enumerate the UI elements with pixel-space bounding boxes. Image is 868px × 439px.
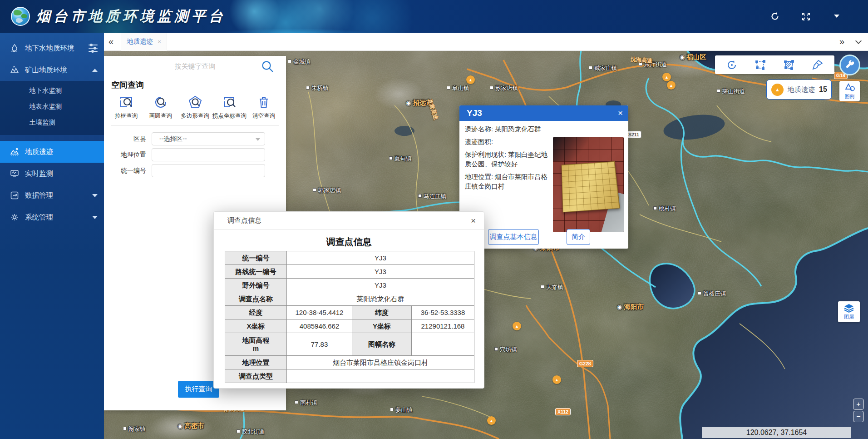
polygon-hatch-icon[interactable] [783,59,795,71]
search-icon[interactable] [261,60,274,75]
tab-label: 地质遗迹 [127,37,153,46]
refresh-icon[interactable] [770,11,780,21]
coordinates-readout: 120.0627, 37.1654 [702,427,851,438]
table-header-cell: 调查点类型 [225,369,287,383]
popup-close-icon[interactable]: × [618,108,623,118]
heritage-marker[interactable]: ▲ [513,322,521,330]
sidebar-submenu: 地下水监测 地表水监测 土壤监测 [0,81,104,135]
table-value-cell: 21290121.168 [412,319,474,333]
table-header-cell: Y坐标 [352,319,412,333]
survey-info-table: 统一编号 YJ3 路线统一编号 YJ3 野外编号 YJ3 调查点名称 莱阳恐龙化… [225,251,474,383]
table-value-cell: 36-52-53.3338 [412,306,474,319]
zoom-in-button[interactable]: + [853,399,864,410]
map-toolbar [715,55,834,74]
polygon-query-tool[interactable]: 多边形查询 [178,94,212,120]
query-form: 区县 --选择区-- 地理位置 统一编号 [104,132,286,177]
sidebar-nav: 地下水地质环境 矿山地质环境 地下水监测 地表水监测 土壤监测 地质遗迹 实时监… [0,33,104,439]
location-input[interactable] [152,148,265,161]
table-value-cell: YJ3 [287,279,474,292]
road-badge: X112 [555,408,571,415]
uid-input[interactable] [152,164,265,177]
table-header-cell: 统一编号 [225,251,287,265]
collapse-tabs-icon[interactable]: « [108,36,113,47]
dialog-close-icon[interactable]: × [471,216,476,226]
heritage-badge-count: 15 [819,85,827,94]
sidebar-item-mine-env[interactable]: 矿山地质环境 [0,59,104,81]
zoom-out-button[interactable]: − [853,411,864,422]
clear-query-tool[interactable]: 清空查询 [247,94,281,120]
heritage-marker[interactable]: ▲ [662,73,671,81]
circle-query-tool[interactable]: 画圆查询 [144,94,178,120]
table-header-cell: 图幅名称 [352,333,412,356]
vertex-query-tool[interactable]: 拐点坐标查询 [212,94,246,120]
sidebar-item-geoheritage[interactable]: 地质遗迹 [0,141,104,163]
keyword-search[interactable]: 按关键字查询 [104,56,286,77]
clear-brush-icon[interactable] [811,59,824,71]
heritage-marker[interactable]: ▲ [466,75,475,84]
sidebar-item-label: 系统管理 [25,213,53,222]
popup-field: 遗迹面积: [465,137,552,147]
table-header-cell: 纬度 [352,306,412,319]
history-rotate-icon[interactable] [725,59,738,71]
caret-down-icon [92,194,98,197]
expand-tabs-icon[interactable]: » [839,36,844,47]
fullscreen-icon[interactable] [801,11,811,21]
box-query-tool[interactable]: 拉框查询 [109,94,143,120]
survey-info-button[interactable]: 调查点基本信息 [488,229,539,245]
map-label: 苏家店镇 [490,85,518,92]
sidebar-item-soil-monitor[interactable]: 土壤监测 [0,115,104,130]
caret-down-icon [92,216,98,219]
sidebar-item-data-management[interactable]: 数据管理 [0,185,104,206]
district-select[interactable]: --选择区-- [152,132,265,145]
sidebar-item-label: 地下水地质环境 [25,44,74,53]
popup-field: 遗迹名称: 莱阳恐龙化石群 [465,125,552,134]
map-label: 阚家镇 [123,425,146,433]
map-label: 留格庄镇 [698,290,726,298]
sidebar-item-groundwater-env[interactable]: 地下水地质环境 [0,37,104,59]
map-label: 南村镇 [295,399,317,407]
table-value-cell: 77.83 [287,333,352,356]
sidebar-item-system-management[interactable]: 系统管理 [0,206,104,228]
sidebar-item-label: 地下水监测 [29,86,62,95]
tab-close-icon[interactable]: × [158,38,161,45]
map-tools-toggle-button[interactable] [839,55,860,75]
dialog-title: 调查点信息 [227,216,261,225]
popup-body: 遗迹名称: 莱阳恐龙化石群 遗迹面积: 保护利用现状: 莱阳白垩纪地质公园、保护… [459,121,628,249]
tab-list-caret-icon[interactable] [855,37,862,44]
tool-label: 拐点坐标查询 [212,112,247,120]
heritage-badge-icon: ▲ [771,84,784,96]
site-photo[interactable] [553,137,624,232]
layers-button-label: 图层 [844,314,854,320]
map-label: 郭家店镇 [313,187,341,195]
layers-button[interactable]: 图层 [838,301,860,322]
heritage-count-badge[interactable]: ▲ 地质遗迹 15 [766,80,832,100]
photo-plaque [561,161,620,213]
heritage-marker[interactable]: ▲ [667,81,676,90]
map-label: 阜山镇 [447,85,469,92]
table-header-cell: 经度 [225,306,287,319]
sidebar-item-surfacewater-monitor[interactable]: 地表水监测 [0,99,104,115]
heritage-marker[interactable]: ▲ [552,375,561,384]
map-label: 马连庄镇 [418,193,446,200]
table-header-cell: X坐标 [225,319,287,333]
collapse-menu-icon[interactable] [89,45,98,52]
heritage-marker[interactable]: ▲ [487,416,496,425]
heritage-badge-label: 地质遗迹 [788,85,815,94]
intro-button[interactable]: 简介 [567,229,590,245]
sidebar-item-realtime-monitor[interactable]: 实时监测 [0,163,104,185]
map-label: 姜山镇 [390,406,413,414]
table-value-cell: 莱阳恐龙化石群 [287,292,474,306]
user-menu-caret-icon[interactable] [832,11,842,21]
table-value-cell: YJ3 [287,265,474,279]
table-header-cell: 调查点名称 [225,292,287,306]
legend-button[interactable]: 图例 [839,81,860,101]
app-logo [11,7,30,26]
table-value-cell [287,369,474,383]
map-city-label: 海阳市 [617,303,644,311]
tab-geoheritage[interactable]: 地质遗迹 × [121,33,167,51]
sidebar-item-groundwater-monitor[interactable]: 地下水监测 [0,83,104,99]
photo-shadow [553,137,588,161]
caret-up-icon [92,69,98,72]
vertex-query-icon [222,94,237,110]
polygon-select-icon[interactable] [754,59,767,71]
